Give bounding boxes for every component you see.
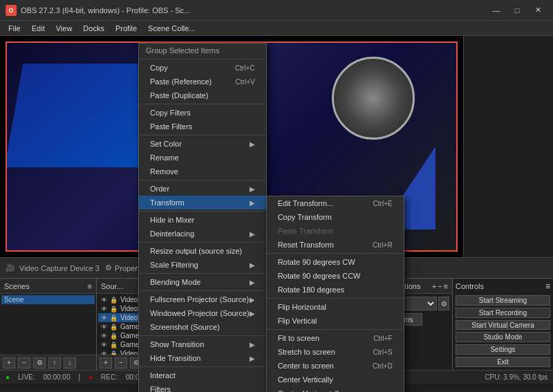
ctx-copy[interactable]: Copy Ctrl+C <box>139 61 266 75</box>
start-virtual-camera-button[interactable]: Start Virtual Camera <box>456 320 550 330</box>
close-button[interactable]: ✕ <box>528 3 547 17</box>
ctx-screenshot[interactable]: Screenshot (Source) <box>139 320 266 334</box>
menu-scene-collection[interactable]: Scene Colle... <box>142 23 200 34</box>
ctx-hide-transition[interactable]: Hide Transition ▶ <box>139 351 266 365</box>
ctx-show-transition[interactable]: Show Transition ▶ <box>139 337 266 351</box>
transform-sep-2 <box>267 298 404 299</box>
add-scene-button[interactable]: + <box>3 357 15 368</box>
ctx-fit-to-screen[interactable]: Fit to screen Ctrl+F <box>267 331 404 345</box>
ctx-flip-horizontal[interactable]: Flip Horizontal <box>267 300 404 314</box>
ctx-resize-output[interactable]: Resize output (source size) <box>139 244 266 258</box>
maximize-button[interactable]: □ <box>507 3 527 17</box>
ctx-order-label: Order <box>150 185 169 193</box>
menu-profile[interactable]: Profile <box>110 23 142 34</box>
ctx-stretch-to-screen[interactable]: Stretch to screen Ctrl+S <box>267 345 404 359</box>
scenes-panel-header: Scenes ≡ <box>0 279 96 294</box>
ctx-transform[interactable]: Transform ▶ Edit Transform... Ctrl+E Cop… <box>139 196 266 209</box>
ctx-blending-mode[interactable]: Blending Mode ▶ <box>139 275 266 289</box>
remove-source-button[interactable]: − <box>115 357 127 368</box>
ctx-windowed-projector[interactable]: Windowed Projector (Source) ▶ <box>139 306 266 320</box>
menu-docks[interactable]: Docks <box>77 23 110 34</box>
ctx-deinterlacing-label: Deinterlacing <box>150 230 194 238</box>
titlebar-controls: — □ ✕ <box>487 3 547 17</box>
transitions-header-buttons: + − ≡ <box>432 282 448 290</box>
start-streaming-button[interactable]: Start Streaming <box>456 295 550 306</box>
ctx-order-arrow: ▶ <box>250 185 255 193</box>
ctx-copy-filters[interactable]: Copy Filters <box>139 106 266 120</box>
ctx-center-horizontally-label: Center Horizontally <box>278 389 343 392</box>
titlebar: O OBS 27.2.3 (64-bit, windows) - Profile… <box>0 0 553 21</box>
scenes-panel-content: Scene <box>0 294 96 355</box>
scenes-panel-footer: + − ⚙ ↑ ↓ <box>0 355 96 370</box>
ctx-center-to-screen[interactable]: Center to screen Ctrl+D <box>267 359 404 373</box>
ctx-show-transition-arrow: ▶ <box>250 341 255 348</box>
ctx-paste-dup[interactable]: Paste (Duplicate) <box>139 88 266 102</box>
ctx-copy-transform[interactable]: Copy Transform <box>267 210 404 224</box>
app-icon: O <box>6 5 17 16</box>
transitions-add-icon[interactable]: + <box>432 282 436 290</box>
ctx-paste-ref-shortcut: Ctrl+V <box>236 78 255 86</box>
ctx-hide-in-mixer[interactable]: Hide in Mixer <box>139 213 266 227</box>
right-panel <box>463 36 553 257</box>
ctx-center-vertically[interactable]: Center Vertically <box>267 373 404 386</box>
ctx-copy-label: Copy <box>150 64 168 72</box>
ctx-center-horizontally[interactable]: Center Horizontally <box>267 386 404 392</box>
ctx-deinterlacing[interactable]: Deinterlacing ▶ <box>139 227 266 241</box>
ctx-rotate-180[interactable]: Rotate 180 degrees <box>267 283 404 297</box>
ctx-paste-transform: Paste Transform <box>267 224 404 238</box>
cpu-usage: CPU: 3.9%, 30.0 fps <box>485 373 547 381</box>
ctx-center-to-screen-shortcut: Ctrl+D <box>373 362 393 370</box>
ctx-paste-ref[interactable]: Paste (Reference) Ctrl+V <box>139 75 266 88</box>
menu-file[interactable]: File <box>3 23 26 34</box>
live-label: LIVE: <box>18 373 35 381</box>
lock-icon-3: 🔒 <box>110 324 118 330</box>
ctx-scale-filtering[interactable]: Scale Filtering ▶ <box>139 258 266 272</box>
ctx-rotate-90cw[interactable]: Rotate 90 degrees CW <box>267 255 404 269</box>
scenes-title: Scenes <box>4 282 30 290</box>
ctx-paste-transform-label: Paste Transform <box>278 227 334 235</box>
ctx-rename[interactable]: Rename <box>139 151 266 165</box>
transition-settings-button[interactable]: ⚙ <box>438 297 449 310</box>
ctx-remove[interactable]: Remove <box>139 165 266 178</box>
add-source-button[interactable]: + <box>100 357 112 368</box>
menu-edit[interactable]: Edit <box>26 23 50 34</box>
exit-button[interactable]: Exit <box>456 357 550 367</box>
ctx-fit-to-screen-label: Fit to screen <box>278 334 320 342</box>
settings-button[interactable]: Settings <box>456 344 550 355</box>
menubar: File Edit View Docks Profile Scene Colle… <box>0 21 553 36</box>
eye-icon-5: 👁 <box>101 342 107 348</box>
ctx-order[interactable]: Order ▶ <box>139 182 266 196</box>
lock-icon-1: 🔒 <box>110 306 118 312</box>
remove-scene-button[interactable]: − <box>18 357 30 368</box>
ctx-paste-filters[interactable]: Paste Filters <box>139 120 266 133</box>
eye-icon-1: 👁 <box>101 306 107 312</box>
ctx-rotate-90cw-label: Rotate 90 degrees CW <box>278 258 355 266</box>
scene-settings-button[interactable]: ⚙ <box>33 357 46 368</box>
ctx-hide-in-mixer-label: Hide in Mixer <box>150 216 194 224</box>
ctx-set-color[interactable]: Set Color ▶ <box>139 137 266 151</box>
scenes-panel: Scenes ≡ Scene + − ⚙ ↑ ↓ <box>0 279 97 370</box>
ctx-edit-transform[interactable]: Edit Transform... Ctrl+E <box>267 196 404 210</box>
ctx-interact[interactable]: Interact <box>139 368 266 382</box>
menu-view[interactable]: View <box>50 23 78 34</box>
scene-down-button[interactable]: ↓ <box>64 357 76 368</box>
rec-separator: | <box>78 373 80 381</box>
transitions-remove-icon[interactable]: − <box>438 282 442 290</box>
controls-menu-icon: ≡ <box>545 281 550 291</box>
ctx-scale-filtering-label: Scale Filtering <box>150 261 198 269</box>
rec-indicator: ● <box>88 373 93 381</box>
ctx-paste-dup-label: Paste (Duplicate) <box>150 91 208 100</box>
minimize-button[interactable]: — <box>487 3 506 17</box>
ctx-windowed-projector-arrow: ▶ <box>250 310 255 317</box>
ctx-fullscreen-projector[interactable]: Fullscreen Projector (Source) ▶ <box>139 292 266 306</box>
ctx-reset-transform[interactable]: Reset Transform Ctrl+R <box>267 238 404 252</box>
ctx-filters[interactable]: Filters <box>139 382 266 392</box>
ctx-flip-vertical[interactable]: Flip Vertical <box>267 314 404 328</box>
ctx-sep-7 <box>139 290 266 291</box>
start-recording-button[interactable]: Start Recording <box>456 308 550 318</box>
ctx-resize-output-label: Resize output (source size) <box>150 247 242 255</box>
scene-up-button[interactable]: ↑ <box>48 357 61 368</box>
ctx-rotate-90ccw[interactable]: Rotate 90 degrees CCW <box>267 269 404 283</box>
scene-item-0[interactable]: Scene <box>1 295 95 304</box>
studio-mode-button[interactable]: Studio Mode <box>456 332 550 342</box>
